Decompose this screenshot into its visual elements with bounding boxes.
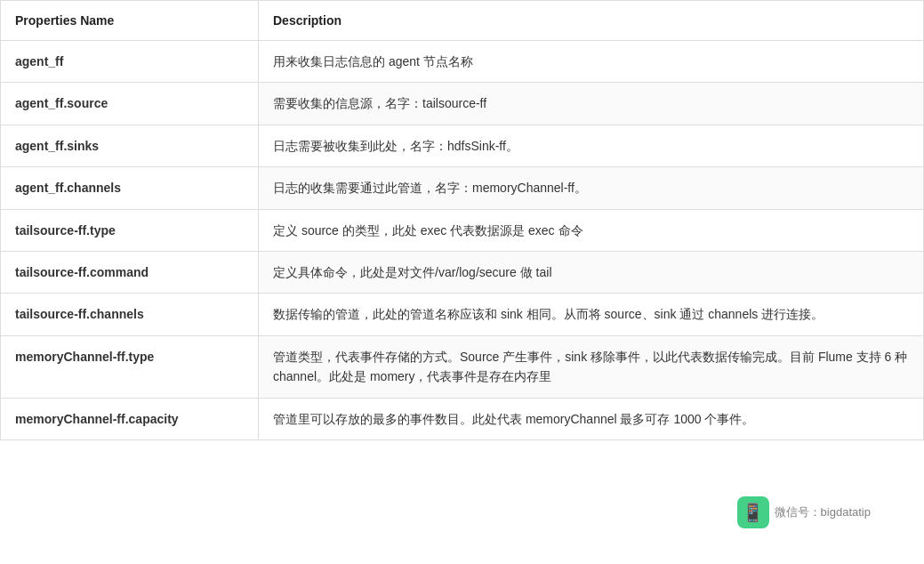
properties-table: Properties Name Description agent_ff用来收集… — [0, 0, 924, 440]
col-header-name: Properties Name — [1, 1, 259, 41]
property-description-cell: 日志需要被收集到此处，名字：hdfsSink-ff。 — [259, 125, 924, 166]
watermark-text: 微信号：bigdatatip — [775, 504, 871, 520]
property-description-cell: 管道里可以存放的最多的事件数目。此处代表 memoryChannel 最多可存 … — [259, 398, 924, 439]
table-row: tailsource-ff.type定义 source 的类型，此处 exec … — [1, 209, 924, 251]
wechat-icon: 📱 — [737, 496, 769, 528]
property-description-cell: 日志的收集需要通过此管道，名字：memoryChannel-ff。 — [259, 167, 924, 209]
property-name-cell: agent_ff.sinks — [1, 125, 259, 166]
col-header-description: Description — [259, 1, 924, 41]
table-row: tailsource-ff.channels数据传输的管道，此处的管道名称应该和… — [1, 294, 924, 335]
property-description-cell: 定义 source 的类型，此处 exec 代表数据源是 exec 命令 — [259, 209, 924, 251]
table-row: agent_ff.source需要收集的信息源，名字：tailsource-ff — [1, 83, 924, 125]
property-name-cell: memoryChannel-ff.capacity — [1, 398, 259, 439]
property-description-cell: 管道类型，代表事件存储的方式。Source 产生事件，sink 移除事件，以此代… — [259, 335, 924, 398]
property-description-cell: 数据传输的管道，此处的管道名称应该和 sink 相同。从而将 source、si… — [259, 294, 924, 335]
property-description-cell: 定义具体命令，此处是对文件/var/log/secure 做 tail — [259, 251, 924, 293]
watermark: 📱 微信号：bigdatatip — [737, 496, 871, 528]
property-name-cell: agent_ff.channels — [1, 167, 259, 209]
property-name-cell: agent_ff.source — [1, 83, 259, 125]
property-name-cell: memoryChannel-ff.type — [1, 335, 259, 398]
property-name-cell: tailsource-ff.type — [1, 209, 259, 251]
main-container: Properties Name Description agent_ff用来收集… — [0, 0, 924, 564]
table-header-row: Properties Name Description — [1, 1, 924, 41]
property-description-cell: 用来收集日志信息的 agent 节点名称 — [259, 41, 924, 83]
property-name-cell: tailsource-ff.channels — [1, 294, 259, 335]
table-row: memoryChannel-ff.type管道类型，代表事件存储的方式。Sour… — [1, 335, 924, 398]
table-row: agent_ff用来收集日志信息的 agent 节点名称 — [1, 41, 924, 83]
table-row: agent_ff.sinks日志需要被收集到此处，名字：hdfsSink-ff。 — [1, 125, 924, 166]
property-name-cell: agent_ff — [1, 41, 259, 83]
property-name-cell: tailsource-ff.command — [1, 251, 259, 293]
property-description-cell: 需要收集的信息源，名字：tailsource-ff — [259, 83, 924, 125]
table-row: agent_ff.channels日志的收集需要通过此管道，名字：memoryC… — [1, 167, 924, 209]
table-row: memoryChannel-ff.capacity管道里可以存放的最多的事件数目… — [1, 398, 924, 439]
table-row: tailsource-ff.command定义具体命令，此处是对文件/var/l… — [1, 251, 924, 293]
